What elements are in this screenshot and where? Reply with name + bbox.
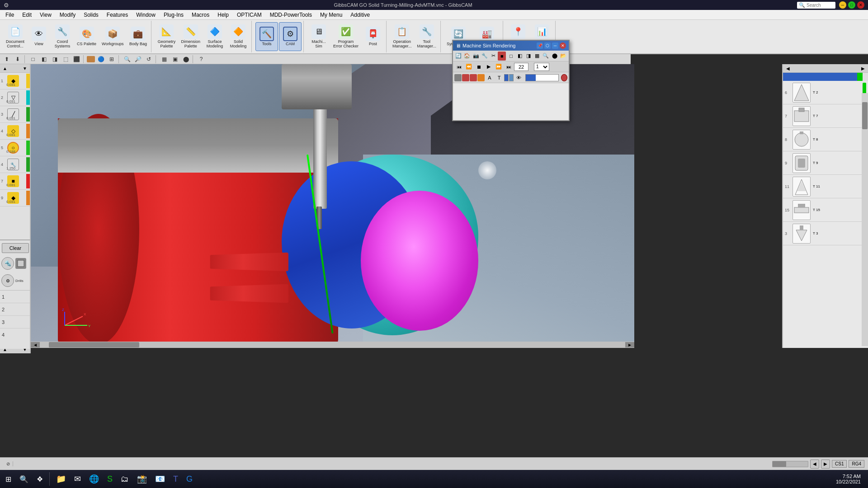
msim-stop-red[interactable]: ■ (498, 52, 506, 61)
taskbar-app3[interactable]: 📸 (133, 471, 151, 487)
tb2-view3[interactable]: ◨ (50, 55, 60, 64)
msim-stop-dot[interactable] (561, 74, 567, 81)
msim-color2[interactable] (462, 74, 469, 81)
menu-mdd[interactable]: MDD-PowerTools (266, 11, 316, 19)
right-panel-scroll-thumb[interactable] (862, 102, 868, 129)
list-item[interactable]: 1 ◆ 0.031 (0, 73, 30, 89)
menu-features[interactable]: Features (103, 11, 132, 19)
menu-mymenu[interactable]: My Menu (316, 11, 346, 19)
msim-view7[interactable]: 📂 (559, 52, 567, 61)
msim-view3[interactable]: ◨ (524, 52, 533, 61)
tb2-nav2[interactable]: ⬇ (13, 55, 23, 64)
tool-workgroups[interactable]: 📦 Workgroups (99, 22, 126, 51)
tb2-grid[interactable]: ⊞ (107, 55, 117, 64)
tool-view[interactable]: 👁 View (28, 22, 50, 51)
tool-row-t11[interactable]: 11 T 11 (783, 175, 868, 198)
tool-tool-manager[interactable]: 🔧 ToolManager... (415, 22, 439, 51)
menu-file[interactable]: File (2, 11, 18, 19)
msim-ff[interactable]: ⏩ (494, 62, 503, 71)
rp-left-arrow[interactable]: ◀ (783, 64, 793, 72)
msim-frame-input[interactable] (514, 63, 528, 71)
status-scroll-thumb[interactable] (773, 461, 786, 467)
msim-progress-bar[interactable] (525, 74, 559, 81)
msim-view1[interactable]: □ (507, 52, 515, 61)
tb2-zoom2[interactable]: 🔎 (133, 55, 143, 64)
msim-stop[interactable]: ⏹ (474, 62, 483, 71)
tb2-render3[interactable]: ⬤ (181, 55, 191, 64)
clear-button[interactable]: Clear (2, 243, 29, 253)
tool-row-t3[interactable]: 3 T 3 (783, 222, 868, 245)
msim-view2[interactable]: ◧ (516, 52, 524, 61)
msim-tool5[interactable]: ✂ (489, 52, 497, 61)
tool-row-t15[interactable]: 15 T 15 (783, 198, 868, 222)
tool-row-t2[interactable]: 6 T 2 (783, 81, 868, 104)
msim-speed-select[interactable]: 12510 (534, 63, 549, 71)
tb2-shade[interactable]: 🔵 (96, 55, 106, 64)
tool-operation-manager[interactable]: 📋 OperationManager... (390, 22, 414, 51)
search-input[interactable] (807, 3, 834, 8)
msim-alpha-btn[interactable]: A (485, 73, 494, 82)
msim-close-button[interactable]: ✕ (560, 42, 566, 49)
right-panel-scrollbar[interactable] (862, 93, 868, 346)
msim-transparency[interactable]: T (495, 73, 504, 82)
tool-tools[interactable]: 🔨 Tools (255, 22, 278, 51)
tool-error-checker[interactable]: ✅ ProgramError Checker (331, 22, 361, 51)
msim-tool4[interactable]: 🔧 (481, 52, 489, 61)
tool-dimension-palette[interactable]: 📏 DimensionPalette (179, 22, 203, 51)
taskbar-file-explorer[interactable]: 📁 (52, 471, 70, 487)
tool-cs-palette[interactable]: 🎨 CS Palette (75, 22, 99, 51)
tool-body-bag[interactable]: 💼 Body Bag (127, 22, 149, 51)
tb2-view2[interactable]: ◧ (39, 55, 49, 64)
taskbar-start[interactable]: ⊞ (2, 471, 15, 487)
drill-button[interactable]: ⚙ (1, 274, 14, 287)
hscroll-right[interactable]: ▶ (625, 342, 634, 347)
status-nav-left[interactable]: ◀ (810, 460, 819, 469)
hscroll-thumb[interactable] (49, 342, 139, 347)
search-box[interactable]: 🔍 (797, 2, 835, 9)
minimize-button[interactable]: ─ (839, 1, 846, 9)
tb2-zoom1[interactable]: 🔍 (122, 55, 132, 64)
list-item[interactable]: 2 ▽ 0.031 (0, 89, 30, 106)
list-item[interactable]: 9 ◆ 0.031 (0, 190, 30, 206)
msim-color4[interactable] (477, 74, 485, 81)
tb2-color[interactable] (87, 56, 95, 62)
msim-view6[interactable]: ⬤ (551, 52, 559, 61)
taskbar-mail[interactable]: ✉ (71, 471, 85, 487)
msim-view5[interactable]: 🔍 (542, 52, 550, 61)
taskbar-clock[interactable]: 7:52 AM 10/22/2021 (836, 474, 866, 484)
tool-document-control[interactable]: 📄 DocumentControl... (4, 22, 27, 51)
tool-row-t9[interactable]: 9 T 9 (783, 151, 868, 175)
tb2-view5[interactable]: ⬛ (71, 55, 81, 64)
msim-detach-button[interactable]: ⬡ (544, 42, 551, 49)
tb2-help[interactable]: ? (196, 55, 206, 64)
tool-cam[interactable]: ⚙ CAM (279, 22, 302, 51)
close-button[interactable]: ✕ (857, 1, 864, 9)
tool-row-t8[interactable]: 8 T 8 (783, 128, 868, 151)
tool-machine-sim[interactable]: 🖥 Machi...Sim (307, 22, 330, 51)
msim-eye-btn[interactable]: 👁 (514, 73, 523, 82)
taskbar-taskview[interactable]: ❖ (33, 471, 47, 487)
tb2-rotate[interactable]: ↺ (144, 55, 154, 64)
menu-help[interactable]: Help (214, 11, 232, 19)
list-item[interactable]: 5 ○ 0.188 (0, 140, 30, 156)
status-h-scroll[interactable] (772, 461, 808, 467)
tb2-nav1[interactable]: ⬆ (2, 55, 12, 64)
taskbar-gibbscam[interactable]: G (183, 471, 196, 487)
menu-macros[interactable]: Macros (188, 11, 213, 19)
maximize-button[interactable]: □ (848, 1, 855, 9)
msim-color3[interactable] (470, 74, 477, 81)
taskbar-app1[interactable]: S (104, 471, 116, 487)
menu-modify[interactable]: Modify (56, 11, 79, 19)
lp-down-arrow[interactable]: ▼ (20, 64, 30, 72)
menu-opticam[interactable]: OPTICAM (233, 11, 265, 19)
msim-rewind[interactable]: ⏪ (464, 62, 473, 71)
tool-row-t7[interactable]: 7 T 7 (783, 104, 868, 128)
taskbar-outlook[interactable]: 📧 (151, 471, 169, 487)
msim-view4[interactable]: ▦ (533, 52, 541, 61)
tb2-render2[interactable]: ▣ (170, 55, 180, 64)
taskbar-teams[interactable]: T (170, 471, 182, 487)
tool-coord-systems[interactable]: 🔧 CoordSystems (51, 22, 74, 51)
taskbar-app2[interactable]: 🗂 (117, 471, 132, 487)
list-item[interactable]: 7 ■ 0.031 (0, 173, 30, 190)
msim-tool3[interactable]: 📷 (472, 52, 480, 61)
